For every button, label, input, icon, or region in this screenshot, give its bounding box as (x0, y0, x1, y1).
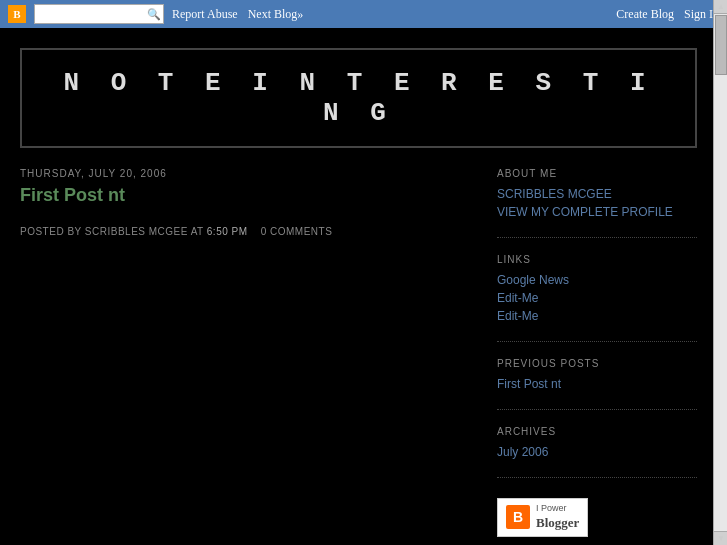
link-edit-me-2[interactable]: Edit-Me (497, 309, 697, 323)
blog-title: N O T E I N T E R E S T I N G (42, 68, 675, 128)
about-me-title: ABOUT ME (497, 168, 697, 179)
scroll-down-button[interactable]: ▼ (714, 531, 727, 545)
post-time: 6:50 PM (207, 226, 248, 237)
blogger-badge-text: I Power Blogger (536, 503, 579, 532)
post-meta-at: AT (191, 226, 204, 237)
blog-header: N O T E I N T E R E S T I N G (20, 48, 697, 148)
blogger-logo-icon: B (8, 5, 26, 23)
scrollbar: ▲ ▼ (713, 0, 727, 545)
blogger-badge-icon: B (506, 505, 530, 529)
post-meta: POSTED BY SCRIBBLES MCGEE AT 6:50 PM 0 C… (20, 226, 467, 237)
links-title: LINKS (497, 254, 697, 265)
main-column: THURSDAY, JULY 20, 2006 First Post nt PO… (20, 168, 497, 545)
prev-post-link-1[interactable]: First Post nt (497, 377, 697, 391)
scroll-track (714, 14, 727, 531)
report-abuse-link[interactable]: Report Abuse (172, 7, 238, 22)
scroll-thumb[interactable] (715, 15, 727, 75)
blogger-badge-section: B I Power Blogger (497, 494, 697, 545)
navbar-links: Report Abuse Next Blog» (172, 7, 608, 22)
previous-posts-section: PREVIOUS POSTS First Post nt (497, 358, 697, 410)
page-wrap: N O T E I N T E R E S T I N G THURSDAY, … (0, 28, 727, 545)
view-profile-link[interactable]: VIEW MY COMPLETE PROFILE (497, 205, 697, 219)
sidebar: ABOUT ME SCRIBBLES MCGEE VIEW MY COMPLET… (497, 168, 697, 545)
links-section: LINKS Google News Edit-Me Edit-Me (497, 254, 697, 342)
blogger-badge[interactable]: B I Power Blogger (497, 498, 588, 537)
archive-july-2006[interactable]: July 2006 (497, 445, 697, 459)
search-box: 🔍 (34, 4, 164, 24)
post-comments-link[interactable]: 0 COMMENTS (261, 226, 333, 237)
search-button[interactable]: 🔍 (145, 8, 163, 21)
archives-title: ARCHIVES (497, 426, 697, 437)
link-edit-me-1[interactable]: Edit-Me (497, 291, 697, 305)
next-blog-link[interactable]: Next Blog» (248, 7, 304, 22)
badge-name-text: Blogger (536, 515, 579, 532)
scroll-up-button[interactable]: ▲ (714, 0, 727, 14)
post-meta-prefix: POSTED BY (20, 226, 82, 237)
link-google-news[interactable]: Google News (497, 273, 697, 287)
create-blog-link[interactable]: Create Blog (616, 7, 674, 22)
navbar: B 🔍 Report Abuse Next Blog» Create Blog … (0, 0, 727, 28)
post-title[interactable]: First Post nt (20, 185, 467, 206)
post-author: SCRIBBLES MCGEE (85, 226, 188, 237)
previous-posts-title: PREVIOUS POSTS (497, 358, 697, 369)
content-row: THURSDAY, JULY 20, 2006 First Post nt PO… (20, 168, 697, 545)
post-date: THURSDAY, JULY 20, 2006 (20, 168, 467, 179)
badge-powered-text: I Power (536, 503, 579, 515)
search-input[interactable] (35, 5, 145, 23)
author-name-link[interactable]: SCRIBBLES MCGEE (497, 187, 697, 201)
about-me-section: ABOUT ME SCRIBBLES MCGEE VIEW MY COMPLET… (497, 168, 697, 238)
navbar-right-links: Create Blog Sign In (616, 7, 719, 22)
archives-section: ARCHIVES July 2006 (497, 426, 697, 478)
